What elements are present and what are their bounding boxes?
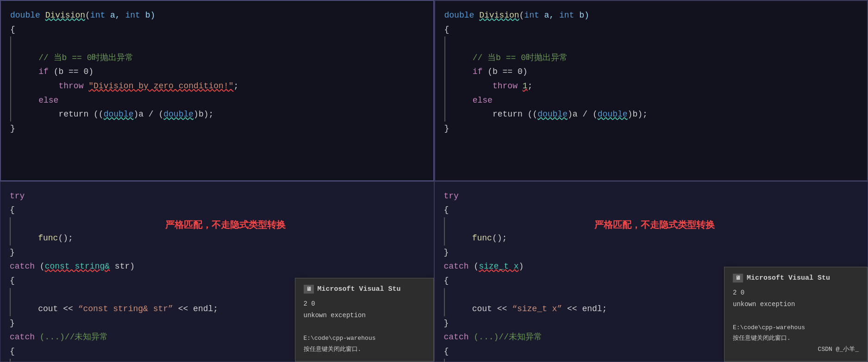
code-token: << bbox=[497, 302, 512, 316]
code-line: { bbox=[10, 203, 425, 217]
code-token: { bbox=[10, 344, 15, 359]
bottom-right-panel: 严格匹配，不走隐式类型转换 try { func(); } catch (siz… bbox=[434, 181, 868, 362]
code-token: if bbox=[38, 65, 49, 79]
dialog-brand: CSDN @_小羊_ bbox=[733, 344, 859, 355]
code-line: { bbox=[444, 23, 858, 37]
code-line: return ((double)a / (double)b); bbox=[10, 107, 424, 122]
code-line: { bbox=[10, 23, 424, 37]
code-line: throw 1; bbox=[444, 79, 858, 93]
code-token: { bbox=[444, 23, 450, 37]
code-token: (...)//未知异常 bbox=[469, 330, 542, 344]
code-token: throw bbox=[493, 79, 523, 93]
gutter bbox=[444, 231, 468, 245]
dialog-line bbox=[733, 311, 859, 322]
code-token: catch bbox=[10, 259, 35, 274]
code-token: str) bbox=[110, 259, 135, 274]
code-token: )a / ( bbox=[568, 107, 598, 122]
gutter bbox=[10, 107, 55, 122]
code-line: if (b == 0) bbox=[444, 65, 858, 79]
dialog-icon: 🖥 bbox=[733, 274, 743, 282]
dialog-path: E:\code\cpp-warehous bbox=[304, 333, 425, 344]
code-token: Division bbox=[45, 8, 85, 23]
dialog-bottom-right[interactable]: 🖥 Microsoft Visual Stu 2 0 unkown except… bbox=[724, 267, 868, 362]
code-token: (); bbox=[492, 231, 507, 245]
code-token: b) bbox=[574, 8, 589, 23]
dialog-title: 🖥 Microsoft Visual Stu bbox=[304, 285, 425, 294]
gutter bbox=[444, 107, 489, 122]
annotation-text: 严格匹配，不走隐式类型转换 bbox=[594, 219, 715, 231]
code-token: )b); bbox=[628, 107, 648, 122]
gutter bbox=[444, 37, 454, 51]
code-line: } bbox=[10, 122, 424, 136]
gutter bbox=[444, 288, 459, 302]
code-token: } bbox=[10, 122, 15, 136]
code-line: } bbox=[444, 245, 859, 260]
code-token: throw bbox=[58, 79, 88, 93]
code-token: func bbox=[38, 231, 58, 245]
code-line: return ((double)a / (double)b); bbox=[444, 107, 858, 122]
code-line bbox=[10, 37, 424, 51]
code-token: ) bbox=[519, 259, 524, 274]
dialog-note: 按任意键关闭此窗口. bbox=[733, 333, 859, 344]
code-token: else bbox=[473, 93, 493, 108]
code-token: a, bbox=[105, 8, 125, 23]
dialog-bottom-left[interactable]: 🖥 Microsoft Visual Stu 2 0 unkown except… bbox=[295, 278, 434, 362]
code-line: func(); bbox=[10, 231, 425, 245]
gutter bbox=[10, 65, 35, 79]
code-line bbox=[444, 37, 858, 51]
code-token: (b == 0) bbox=[49, 65, 94, 79]
code-token: endl; bbox=[193, 302, 218, 316]
code-line: else bbox=[444, 93, 858, 108]
dialog-path: E:\code\cpp-warehous bbox=[733, 322, 859, 333]
code-token: )b); bbox=[194, 107, 213, 122]
code-token: cout bbox=[472, 302, 497, 316]
dialog-icon: 🖥 bbox=[304, 285, 314, 294]
code-token: // 当b == 0时抛出异常 bbox=[473, 51, 568, 65]
code-line: try bbox=[444, 189, 859, 203]
code-token: // 当b == 0时抛出异常 bbox=[38, 51, 133, 65]
code-token: catch bbox=[444, 259, 469, 274]
gutter bbox=[444, 302, 468, 316]
code-token: func bbox=[472, 231, 492, 245]
code-token: return (( bbox=[58, 107, 103, 122]
dialog-title-text: Microsoft Visual Stu bbox=[318, 285, 401, 293]
gutter bbox=[444, 65, 469, 79]
code-token: b) bbox=[140, 8, 155, 23]
gutter bbox=[10, 231, 34, 245]
dialog-line: unkown exception bbox=[733, 299, 859, 310]
code-token: "Division by zero condition!" bbox=[88, 79, 233, 93]
code-line: throw "Division by zero condition!"; bbox=[10, 79, 424, 93]
top-left-panel: double Division(int a, int b) { // 当b ==… bbox=[0, 0, 434, 181]
code-token: } bbox=[10, 245, 15, 260]
code-token: endl; bbox=[582, 302, 607, 316]
code-token: ; bbox=[528, 79, 533, 93]
code-token: “const string& str” bbox=[78, 302, 173, 316]
dialog-content: 2 0 unkown exception E:\code\cpp-warehou… bbox=[304, 298, 425, 355]
code-token: try bbox=[10, 189, 25, 203]
code-token: (b == 0) bbox=[482, 65, 527, 79]
dialog-title-text: Microsoft Visual Stu bbox=[747, 274, 830, 282]
code-token: double bbox=[163, 107, 194, 122]
code-token: double bbox=[598, 107, 628, 122]
dialog-content: 2 0 unkown exception E:\code\cpp-warehou… bbox=[733, 287, 859, 355]
code-token: ; bbox=[234, 79, 239, 93]
code-line: { bbox=[444, 203, 859, 217]
code-token: } bbox=[10, 316, 15, 331]
code-line: else bbox=[10, 93, 424, 108]
code-token: 1 bbox=[523, 79, 528, 93]
code-token: int bbox=[125, 8, 140, 23]
code-token: ( bbox=[85, 8, 90, 23]
code-token: try bbox=[444, 189, 459, 203]
code-line: double Division(int a, int b) bbox=[444, 8, 858, 23]
gutter bbox=[10, 302, 34, 316]
code-token: } bbox=[444, 316, 449, 331]
code-token: double bbox=[104, 107, 134, 122]
code-token: int bbox=[90, 8, 105, 23]
gutter bbox=[444, 51, 469, 65]
dialog-note: 按任意键关闭此窗口. bbox=[304, 344, 425, 355]
code-token: { bbox=[10, 274, 15, 288]
top-right-panel: double Division(int a, int b) { // 当b ==… bbox=[434, 0, 868, 181]
code-token: int bbox=[559, 8, 574, 23]
dialog-title: 🖥 Microsoft Visual Stu bbox=[733, 274, 859, 282]
code-line: try bbox=[10, 189, 425, 203]
